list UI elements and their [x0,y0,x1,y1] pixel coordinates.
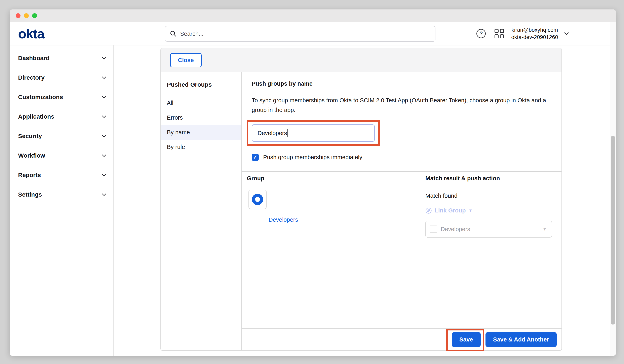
group-name-link[interactable]: Developers [269,216,298,223]
triangle-down-icon: ▼ [542,227,547,232]
content-description: To sync group memberships from Okta to S… [252,96,551,115]
org-name: okta-dev-20901260 [511,34,558,41]
pushed-groups-title: Pushed Groups [167,81,241,88]
chevron-down-icon[interactable] [564,30,569,35]
sidebar-item-security[interactable]: Security [10,126,113,146]
scrollbar-track[interactable] [610,22,616,356]
match-result-text: Match found [425,193,562,199]
search-placeholder: Search... [180,30,204,37]
match-cell: Match found Link Group ▼ [425,185,562,250]
close-button[interactable]: Close [170,53,202,67]
chevron-down-icon [102,192,106,196]
group-donut-icon [252,194,263,205]
group-placeholder-icon [430,226,437,233]
nav-item-errors[interactable]: Errors [161,110,241,125]
maximize-window-button[interactable] [32,13,37,18]
link-icon [425,208,432,214]
header-right-cluster: ? kiran@boxyhq.com okta-dev-20901260 [476,22,568,45]
link-group-dropdown[interactable]: Link Group ▼ [425,207,562,214]
push-immediately-label: Push group memberships immediately [263,154,362,161]
chevron-down-icon [102,133,106,137]
push-by-name-content: Push groups by name To sync group member… [242,72,562,350]
column-match-result: Match result & push action [425,175,562,182]
text-cursor [287,129,288,137]
chevron-down-icon [102,55,106,59]
panel-toolbar: Close [161,48,562,72]
groups-table: Group Match result & push action Develop… [242,171,562,250]
minimize-window-button[interactable] [24,13,29,18]
user-menu[interactable]: kiran@boxyhq.com okta-dev-20901260 [511,26,558,41]
linked-group-select[interactable]: Developers ▼ [425,221,552,237]
main-row: Dashboard Directory Customizations Appli… [10,45,616,356]
nav-item-by-rule[interactable]: By rule [161,140,241,154]
app-header: okta Search... ? kiran@boxyhq.com okta-d… [10,22,616,45]
sidebar-item-directory[interactable]: Directory [10,68,113,87]
chevron-down-icon [102,153,106,157]
close-window-button[interactable] [16,13,21,18]
panel-footer: Save Save & Add Another [242,328,562,350]
content-heading: Push groups by name [252,80,551,87]
column-group: Group [242,175,425,182]
group-icon-box [248,190,267,209]
search-input[interactable]: Search... [165,26,435,42]
okta-logo: okta [18,26,44,41]
sidebar-item-settings[interactable]: Settings [10,185,113,204]
push-groups-panel: Close Pushed Groups All Errors By name B… [160,48,562,351]
triangle-down-icon: ▼ [468,208,473,213]
save-button[interactable]: Save [452,332,481,347]
table-row: Developers Match found [242,185,562,250]
nav-item-all[interactable]: All [161,96,241,110]
user-email: kiran@boxyhq.com [511,26,558,34]
chevron-down-icon [102,94,106,99]
browser-window: okta Search... ? kiran@boxyhq.com okta-d… [10,9,616,356]
table-header: Group Match result & push action [242,171,562,185]
group-name-input[interactable]: Developers [252,124,375,142]
titlebar [10,9,616,22]
sidebar-item-applications[interactable]: Applications [10,107,113,126]
sidebar-nav: Dashboard Directory Customizations Appli… [10,45,114,356]
annotation-box-input: Developers [247,120,380,146]
sidebar-item-customizations[interactable]: Customizations [10,87,113,107]
work-area: Close Pushed Groups All Errors By name B… [114,45,616,356]
push-immediately-row: ✓ Push group memberships immediately [252,154,551,161]
nav-item-by-name[interactable]: By name [161,125,241,140]
sidebar-item-workflow[interactable]: Workflow [10,146,113,165]
group-cell: Developers [242,185,425,250]
chevron-down-icon [102,75,106,79]
pushed-groups-nav: Pushed Groups All Errors By name By rule [161,72,242,350]
push-immediately-checkbox[interactable]: ✓ [252,154,259,161]
sidebar-item-dashboard[interactable]: Dashboard [10,48,113,68]
chevron-down-icon [102,172,106,177]
linked-group-value: Developers [441,226,542,233]
help-icon[interactable]: ? [476,29,486,38]
apps-grid-icon[interactable] [494,29,504,38]
link-group-label: Link Group [435,207,466,214]
sidebar-item-reports[interactable]: Reports [10,165,113,185]
scrollbar-thumb[interactable] [611,136,615,325]
search-icon [170,30,177,37]
chevron-down-icon [102,114,106,118]
save-add-another-button[interactable]: Save & Add Another [486,332,557,347]
